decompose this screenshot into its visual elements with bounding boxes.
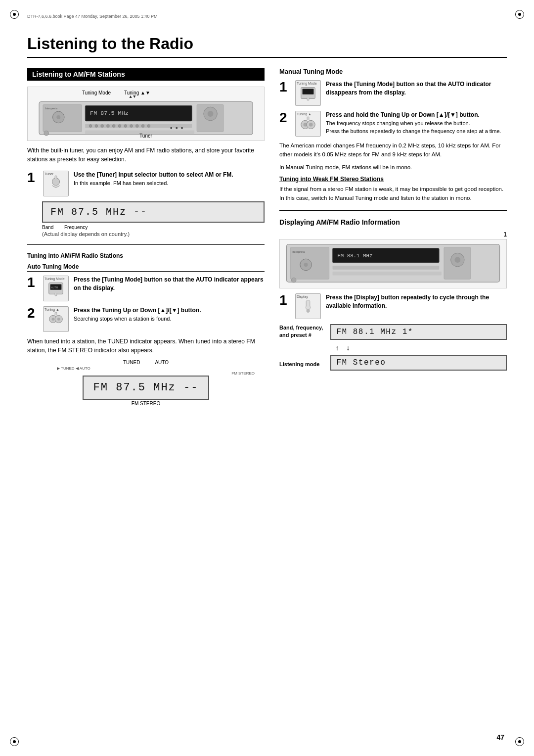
svg-text:■: ■ bbox=[170, 126, 172, 130]
tuned-label: TUNED bbox=[123, 360, 140, 365]
auto-step-2-icon: Tuning ▲ bbox=[43, 306, 69, 332]
auto-step-1-icon: Tuning Mode AUTO bbox=[43, 276, 69, 301]
listening-mode-label: Listening mode bbox=[279, 360, 323, 369]
info-display-section: Band, frequency,and preset # Listening m… bbox=[279, 324, 507, 375]
svg-point-12 bbox=[112, 125, 115, 128]
svg-point-4 bbox=[56, 115, 60, 119]
svg-point-18 bbox=[147, 125, 150, 128]
svg-point-8 bbox=[89, 125, 92, 128]
weak-fm-text: If the signal from a stereo FM station i… bbox=[279, 185, 507, 203]
manual-step-2-title: Press and hold the Tuning Up or Down [▲]… bbox=[326, 111, 507, 119]
listening-mode-text: Listening mode bbox=[279, 361, 319, 367]
svg-rect-38 bbox=[303, 89, 314, 94]
manual-step-1-number: 1 bbox=[279, 80, 290, 94]
svg-point-56 bbox=[307, 310, 310, 313]
svg-point-15 bbox=[130, 125, 133, 128]
intro-text: With the built-in tuner, you can enjoy A… bbox=[27, 146, 265, 164]
svg-point-55 bbox=[291, 278, 296, 283]
svg-point-34 bbox=[51, 318, 54, 321]
fm-stereo-text: FM STEREO bbox=[132, 401, 160, 406]
left-column: Listening to AM/FM Stations Tuning Mode … bbox=[27, 68, 265, 406]
tuned-labels: TUNED AUTO bbox=[27, 360, 265, 365]
auto-step-1-number: 1 bbox=[27, 276, 38, 289]
svg-point-17 bbox=[141, 125, 144, 128]
step-1-text: Use the [Tuner] input selector button to… bbox=[74, 171, 265, 187]
band-label: Band bbox=[42, 225, 64, 230]
display-step-1-number: 1 bbox=[279, 293, 290, 307]
divider-right bbox=[279, 210, 507, 211]
device-image-top: Tuning Mode Tuning ▲▼ Interpreta FM 87.5… bbox=[27, 87, 265, 141]
info-displays: FM 88.1 MHz 1* ↑ ↓ FM Stereo bbox=[330, 324, 507, 375]
svg-point-47 bbox=[304, 263, 308, 267]
auto-tuning-label: Auto Tuning Mode bbox=[27, 263, 265, 272]
auto-step-2-title: Press the Tuning Up or Down [▲]/[▼] butt… bbox=[74, 306, 265, 315]
svg-text:Interpreta: Interpreta bbox=[292, 251, 305, 254]
display-step-number-top: 1 bbox=[279, 231, 507, 238]
tuned-sub-indicator: ▶ TUNED ◀ AUTO bbox=[57, 366, 90, 371]
svg-text:■: ■ bbox=[176, 126, 178, 130]
auto-step-2-svg bbox=[46, 310, 65, 329]
auto-step-1-svg: AUTO bbox=[46, 279, 65, 298]
tuning-mode-label: Tuning Mode bbox=[82, 90, 111, 95]
manual-step-1-icon: Tuning Mode bbox=[295, 80, 321, 106]
svg-point-9 bbox=[95, 125, 98, 128]
auto-step-1-row: 1 Tuning Mode AUTO Press the [Tuning Mod… bbox=[27, 276, 265, 301]
device-image-right: Interpreta FM 88.1 MHz bbox=[279, 239, 507, 288]
manual-step-2-subtitle2: Press the buttons repeatedly to change t… bbox=[326, 128, 501, 134]
svg-point-13 bbox=[118, 125, 121, 128]
auto-step-2-subtitle: Searching stops when a station is found. bbox=[74, 316, 172, 322]
tuner-label: Tuner bbox=[139, 133, 152, 139]
tuned-display-area: TUNED AUTO ▶ TUNED ◀ AUTO FM STEREO FM 8… bbox=[27, 360, 265, 406]
svg-text:FM  88.1 MHz: FM 88.1 MHz bbox=[337, 253, 372, 259]
auto-step-1-icon-label: Tuning Mode bbox=[44, 277, 65, 281]
manual-step-2-row: 2 Tuning ▲ Press and hold the Tuning Up … bbox=[279, 111, 507, 137]
auto-step-2-number: 2 bbox=[27, 306, 38, 320]
step-1-number: 1 bbox=[27, 171, 38, 185]
tuning-section-title: Tuning into AM/FM Radio Stations bbox=[27, 252, 265, 259]
actual-note: (Actual display depends on country.) bbox=[42, 231, 265, 237]
device-svg-right: Interpreta FM 88.1 MHz bbox=[280, 239, 506, 288]
svg-point-42 bbox=[309, 123, 313, 127]
fm-display-4: FM Stereo bbox=[330, 355, 507, 371]
fm-display-1-labels: Band Frequency bbox=[42, 225, 265, 230]
corner-mark-tl bbox=[10, 10, 19, 19]
auto-step-2-icon-label: Tuning ▲ bbox=[44, 308, 59, 311]
info-arrows: ↑ ↓ bbox=[330, 344, 507, 352]
step-1-icon: Tuner bbox=[43, 171, 69, 196]
page-number: 47 bbox=[496, 733, 504, 741]
fm-stereo-label: FM STEREO bbox=[27, 401, 265, 406]
manual-step-1-text: Press the [Tuning Mode] button so that t… bbox=[326, 80, 507, 97]
divider-1 bbox=[27, 244, 265, 245]
manual-step-2-number: 2 bbox=[279, 111, 290, 125]
step-1-hand-svg bbox=[46, 174, 65, 193]
step-1-icon-label: Tuner bbox=[44, 172, 53, 176]
svg-point-24 bbox=[44, 131, 49, 136]
fm-stereo-small: FM STEREO bbox=[231, 371, 255, 376]
step-1-title: Use the [Tuner] input selector button to… bbox=[74, 171, 265, 179]
svg-point-14 bbox=[124, 125, 127, 128]
svg-point-54 bbox=[454, 257, 460, 263]
band-freq-label: Band, frequency,and preset # bbox=[279, 324, 323, 339]
fm-stereo-indicator: FM STEREO bbox=[27, 371, 265, 376]
display-step-1-svg bbox=[299, 297, 317, 316]
page-header: DTR-7,6,6.6.book Page 47 Monday, Septemb… bbox=[27, 14, 158, 19]
auto-step-2-row: 2 Tuning ▲ Press the Tuning Up or Down [… bbox=[27, 306, 265, 332]
manual-step-1-icon-label: Tuning Mode bbox=[297, 82, 317, 85]
svg-text:■: ■ bbox=[181, 126, 183, 130]
svg-point-11 bbox=[106, 125, 109, 128]
manual-step-2-subtitle1: The frequency stops changing when you re… bbox=[326, 120, 470, 126]
up-arrow: ↑ bbox=[335, 344, 339, 352]
display-step-1-row: 1 Display Press the [Display] button rep… bbox=[279, 293, 507, 319]
tuned-sublabel-row: ▶ TUNED ◀ AUTO bbox=[27, 366, 265, 371]
svg-point-10 bbox=[101, 125, 104, 128]
auto-label: AUTO bbox=[155, 360, 169, 365]
step-1-subtitle: In this example, FM has been selected. bbox=[74, 180, 168, 186]
tuned-para: When tuned into a station, the TUNED ind… bbox=[27, 337, 265, 355]
manual-step-2-icon: Tuning ▲ bbox=[295, 111, 321, 137]
right-column: Manual Tuning Mode 1 Tuning Mode Press t… bbox=[279, 68, 507, 406]
manual-step-2-icon-label: Tuning ▲ bbox=[297, 112, 312, 116]
displaying-title: Displaying AM/FM Radio Information bbox=[279, 218, 507, 226]
svg-rect-50 bbox=[333, 266, 440, 270]
section-heading: Listening to AM/FM Stations bbox=[27, 68, 265, 81]
auto-step-1-title: Press the [Tuning Mode] button so that t… bbox=[74, 276, 265, 292]
